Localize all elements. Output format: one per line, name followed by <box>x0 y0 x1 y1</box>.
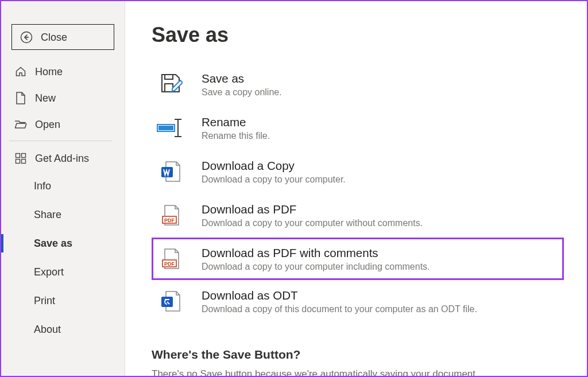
page-title: Save as <box>152 23 564 47</box>
save-options-list: Save as Save a copy online. Rename Ren <box>152 63 564 324</box>
option-save-as[interactable]: Save as Save a copy online. <box>152 63 564 106</box>
option-rename[interactable]: Rename Rename this file. <box>152 107 564 149</box>
svg-rect-5 <box>22 160 26 164</box>
sidebar-export[interactable]: Export <box>11 259 114 285</box>
sidebar-divider <box>9 141 112 141</box>
sidebar-close-label: Close <box>41 32 67 42</box>
sidebar-new-label: New <box>35 93 56 103</box>
option-download-copy[interactable]: Download a Copy Download a copy to your … <box>152 150 564 193</box>
option-rename-desc: Rename this file. <box>202 131 270 141</box>
sidebar-export-label: Export <box>34 267 64 277</box>
sidebar-save-as[interactable]: Save as <box>11 231 114 256</box>
new-file-icon <box>14 92 27 104</box>
sidebar-about[interactable]: About <box>11 317 114 342</box>
svg-rect-3 <box>22 154 26 158</box>
option-save-as-desc: Save a copy online. <box>202 87 282 98</box>
save-footer-section: Where's the Save Button? There's no Save… <box>152 348 564 376</box>
sidebar-home-label: Home <box>35 67 63 77</box>
sidebar-about-label: About <box>34 324 61 335</box>
save-footer-body: There's no Save button because we're aut… <box>152 368 564 376</box>
sidebar-print-label: Print <box>34 296 55 306</box>
sidebar-get-addins[interactable]: Get Add-ins <box>11 147 114 170</box>
sidebar-open[interactable]: Open <box>11 113 114 136</box>
option-download-pdf-desc: Download a copy to your computer without… <box>202 218 423 228</box>
option-download-pdf-title: Download as PDF <box>202 202 423 217</box>
backstage-sidebar: Close Home New <box>1 1 125 376</box>
sidebar-print[interactable]: Print <box>11 288 114 313</box>
svg-text:PDF: PDF <box>164 217 175 223</box>
word-file-icon <box>156 158 185 185</box>
sidebar-share-label: Share <box>34 209 61 220</box>
back-arrow-icon <box>20 31 33 44</box>
option-download-pdf-comments-desc: Download a copy to your computer includi… <box>202 262 430 272</box>
sidebar-addins-label: Get Add-ins <box>35 153 89 164</box>
option-download-copy-title: Download a Copy <box>202 158 346 173</box>
odt-file-icon <box>156 287 185 315</box>
option-download-pdf-comments-title: Download as PDF with comments <box>202 246 430 261</box>
sidebar-info-label: Info <box>34 181 51 191</box>
sidebar-share[interactable]: Share <box>11 202 114 227</box>
pdf-file-icon: PDF <box>156 201 185 229</box>
sidebar-close[interactable]: Close <box>11 24 114 50</box>
addins-icon <box>14 153 27 164</box>
sidebar-info[interactable]: Info <box>11 173 114 199</box>
sidebar-home[interactable]: Home <box>11 60 114 83</box>
svg-rect-4 <box>16 160 20 164</box>
save-as-icon <box>156 71 185 98</box>
save-footer-title: Where's the Save Button? <box>152 348 564 362</box>
main-content: Save as Save as Save a copy online. <box>125 1 587 376</box>
home-icon <box>14 66 27 77</box>
option-download-copy-desc: Download a copy to your computer. <box>202 174 346 185</box>
sidebar-open-label: Open <box>35 119 60 130</box>
svg-text:PDF: PDF <box>164 261 175 267</box>
option-download-odt[interactable]: Download as ODT Download a copy of this … <box>152 280 564 322</box>
sidebar-new[interactable]: New <box>11 87 114 110</box>
option-download-odt-desc: Download a copy of this document to your… <box>202 304 477 314</box>
svg-rect-6 <box>165 75 173 79</box>
rename-icon <box>156 114 185 142</box>
option-download-pdf-comments[interactable]: PDF Download as PDF with comments Downlo… <box>152 238 564 280</box>
option-download-odt-title: Download as ODT <box>202 288 477 303</box>
svg-rect-2 <box>16 154 20 158</box>
sidebar-saveas-label: Save as <box>34 238 72 248</box>
open-folder-icon <box>14 119 27 130</box>
svg-rect-9 <box>158 126 173 130</box>
pdf-file-comments-icon: PDF <box>156 245 185 273</box>
option-rename-title: Rename <box>202 115 270 130</box>
option-save-as-title: Save as <box>202 71 282 86</box>
option-download-pdf[interactable]: PDF Download as PDF Download a copy to y… <box>152 194 564 236</box>
svg-rect-7 <box>165 84 173 92</box>
